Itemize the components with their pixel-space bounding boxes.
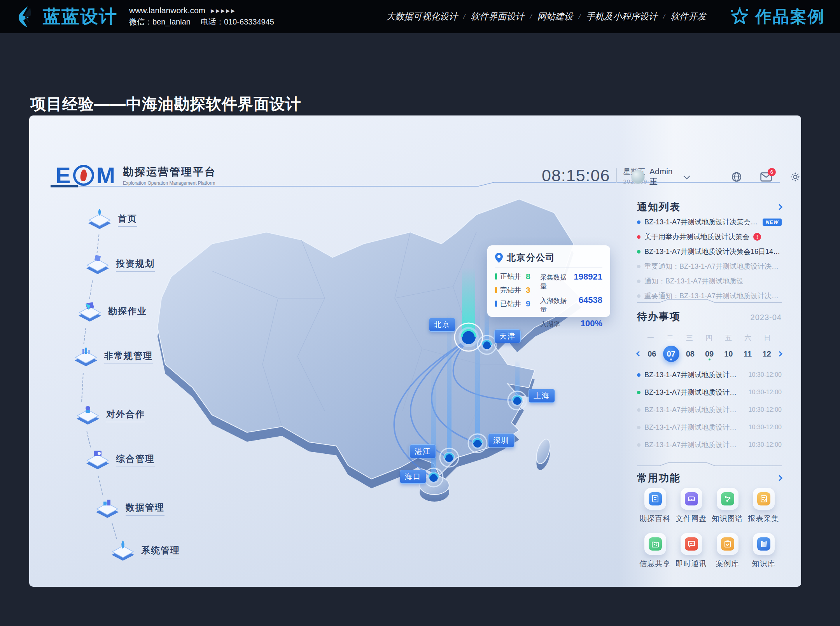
function-instant-message[interactable]: 即时通讯 bbox=[673, 533, 709, 569]
notifications-more-icon[interactable] bbox=[777, 204, 783, 210]
books-icon bbox=[757, 537, 770, 551]
stat-value: 64538 bbox=[579, 295, 602, 305]
sidebar-item-unconventional[interactable]: 非常规管理 bbox=[73, 346, 153, 368]
status-dot bbox=[637, 265, 640, 268]
page-title: 项目经验——中海油勘探软件界面设计 bbox=[30, 93, 301, 115]
function-label: 文件网盘 bbox=[676, 514, 707, 524]
todo-text: BZ-13-1-A7井测试地质设计决策会 bbox=[644, 423, 741, 432]
function-info-share[interactable]: 信息共享 bbox=[637, 533, 673, 569]
weekday: 一 bbox=[647, 333, 654, 343]
clock-time: 08:15:06 bbox=[542, 166, 610, 185]
function-case-library[interactable]: 案例库 bbox=[709, 533, 746, 569]
well-value: 9 bbox=[526, 299, 530, 308]
todo-time: 10:30-12:00 bbox=[749, 424, 782, 431]
notification-item[interactable]: BZ-13-1-A7井测试地质设计决策会16日14点开始 NEW bbox=[637, 217, 782, 227]
weekday: 二 bbox=[667, 333, 674, 343]
calendar-day[interactable]: 11 bbox=[740, 346, 756, 362]
function-encyclopedia[interactable]: 勘探百科 bbox=[637, 488, 673, 524]
city-label-beijing[interactable]: 北京 bbox=[429, 318, 455, 332]
todo-title: 待办事项 bbox=[637, 310, 681, 323]
calendar-day[interactable]: 06 bbox=[644, 346, 660, 362]
calendar-day[interactable]: 12 bbox=[759, 346, 775, 362]
drive-icon bbox=[685, 492, 698, 505]
sidebar-item-exploration[interactable]: 勘探作业 bbox=[77, 301, 147, 323]
site-nav-item-mobile[interactable]: 手机及小程序设计 bbox=[586, 10, 658, 23]
weekday: 六 bbox=[744, 333, 751, 343]
sidebar-item-home[interactable]: 首页 bbox=[87, 209, 137, 231]
city-label-haikou[interactable]: 海口 bbox=[400, 470, 426, 484]
site-nav-item-dev[interactable]: 软件开发 bbox=[670, 10, 706, 23]
calendar-day-selected[interactable]: 07 bbox=[663, 346, 679, 362]
popup-title: 北京分公司 bbox=[507, 252, 555, 264]
functions-title: 常用功能 bbox=[637, 471, 681, 485]
function-knowledge-base[interactable]: 知识库 bbox=[746, 533, 782, 569]
sidebar-item-label: 非常规管理 bbox=[104, 350, 153, 364]
nav-separator: / bbox=[663, 12, 665, 21]
todo-item[interactable]: BZ-13-1-A7井测试地质设计决策会... 10:30-12:00 bbox=[637, 370, 782, 379]
notification-list: BZ-13-1-A7井测试地质设计决策会16日14点开始 NEW 关于用举办井测… bbox=[637, 217, 782, 301]
notification-text: 通知：BZ-13-1-A7井测试地质设 bbox=[644, 276, 744, 286]
stat-row: 采集数据量 198921 bbox=[540, 272, 602, 291]
function-label: 知识库 bbox=[752, 559, 775, 569]
todo-item[interactable]: BZ-13-1-A7井测试地质设计决策会... 10:30-12:00 bbox=[637, 388, 782, 397]
calendar-next-icon[interactable] bbox=[777, 351, 782, 357]
notification-item[interactable]: 关于用举办井测试地质设计决策会 ! bbox=[637, 232, 782, 241]
star-pen-icon bbox=[730, 7, 750, 27]
site-nav-item-software-ui[interactable]: 软件界面设计 bbox=[471, 10, 524, 23]
notification-item[interactable]: 重要通知：BZ-13-1-A7井测试地质设计决策会16日14... bbox=[637, 262, 782, 271]
function-report-collect[interactable]: 报表采集 bbox=[746, 488, 782, 524]
city-label-shenzhen[interactable]: 深圳 bbox=[488, 434, 514, 448]
todo-item[interactable]: BZ-13-1-A7井测试地质设计决策会 10:30-12:00 bbox=[637, 405, 782, 414]
site-nav-item-website[interactable]: 网站建设 bbox=[537, 10, 573, 23]
calendar-day[interactable]: 08 bbox=[682, 346, 698, 362]
todo-time: 10:30-12:00 bbox=[749, 406, 782, 413]
function-knowledge-graph[interactable]: 知识图谱 bbox=[709, 488, 746, 524]
section-divider bbox=[637, 462, 782, 467]
site-nav-item-bigdata[interactable]: 大数据可视化设计 bbox=[386, 10, 458, 23]
calendar-day[interactable]: 09 bbox=[701, 346, 718, 362]
todo-list: BZ-13-1-A7井测试地质设计决策会... 10:30-12:00 BZ-1… bbox=[637, 370, 782, 449]
event-dot bbox=[709, 358, 710, 360]
calendar-day[interactable]: 10 bbox=[720, 346, 737, 362]
site-url[interactable]: www.lanlanwork.com bbox=[129, 6, 205, 15]
function-grid: 勘探百科 文件网盘 知识图谱 报表采集 bbox=[637, 488, 782, 569]
right-panel: 通知列表 BZ-13-1-A7井测试地质设计决策会16日14点开始 NEW 关于… bbox=[637, 115, 782, 587]
notification-item[interactable]: 通知：BZ-13-1-A7井测试地质设 bbox=[637, 276, 782, 286]
sidebar-item-label: 数据管理 bbox=[126, 502, 164, 516]
cases-link[interactable]: 作品案例 bbox=[730, 6, 825, 28]
function-label: 勘探百科 bbox=[640, 514, 671, 524]
status-dot bbox=[637, 408, 640, 412]
settings-button[interactable] bbox=[790, 171, 801, 183]
city-label-tianjin[interactable]: 天津 bbox=[494, 329, 521, 343]
todo-item[interactable]: BZ-13-1-A7井测试地质设计决策会 10:30-12:00 bbox=[637, 423, 782, 432]
status-dot bbox=[637, 294, 640, 298]
city-label-shanghai[interactable]: 上海 bbox=[528, 389, 555, 403]
city-label-zhanjiang[interactable]: 湛江 bbox=[410, 444, 436, 458]
todo-item[interactable]: BZ-13-1-A7井测试地质设计决策会 10:30-12:00 bbox=[637, 440, 782, 449]
well-label: 完钻井 bbox=[500, 285, 521, 295]
notification-text: BZ-13-1-A7井测试地质设计决策会16日14点开始 bbox=[644, 217, 759, 227]
sidebar-item-data[interactable]: 数据管理 bbox=[94, 498, 164, 519]
share-folder-icon bbox=[649, 537, 662, 551]
calendar-weekdays: 一 二 三 四 五 六 日 bbox=[647, 333, 771, 343]
function-label: 信息共享 bbox=[640, 559, 671, 569]
investment-3d-icon bbox=[85, 254, 110, 276]
well-value: 8 bbox=[526, 272, 530, 281]
sidebar-item-system[interactable]: 系统管理 bbox=[110, 540, 180, 562]
stat-row: 入湖数据量 64538 bbox=[540, 295, 602, 314]
sidebar-item-cooperation[interactable]: 对外合作 bbox=[75, 404, 145, 426]
site-contact-block: www.lanlanwork.com ▶▶▶▶▶ 微信：ben_lanlan 电… bbox=[129, 6, 274, 27]
notification-item[interactable]: BZ-13-1-A7井测试地质设计决策会16日14点开始！ bbox=[637, 247, 782, 256]
sidebar-item-comprehensive[interactable]: 综合管理 bbox=[85, 449, 155, 471]
functions-more-icon[interactable] bbox=[777, 475, 783, 481]
ecm-letters: E M bbox=[56, 162, 115, 188]
lanlan-logo-icon bbox=[15, 5, 37, 28]
weekday: 三 bbox=[686, 333, 693, 343]
notification-text: BZ-13-1-A7井测试地质设计决策会16日14点开始！ bbox=[644, 247, 782, 256]
site-logo[interactable]: 蓝蓝设计 bbox=[15, 5, 117, 29]
calendar-prev-icon[interactable] bbox=[636, 351, 642, 357]
sidebar-item-investment[interactable]: 投资规划 bbox=[85, 254, 155, 276]
stat-value: 198921 bbox=[574, 272, 602, 282]
function-file-drive[interactable]: 文件网盘 bbox=[673, 488, 709, 524]
cnooc-mark-icon bbox=[73, 165, 94, 186]
